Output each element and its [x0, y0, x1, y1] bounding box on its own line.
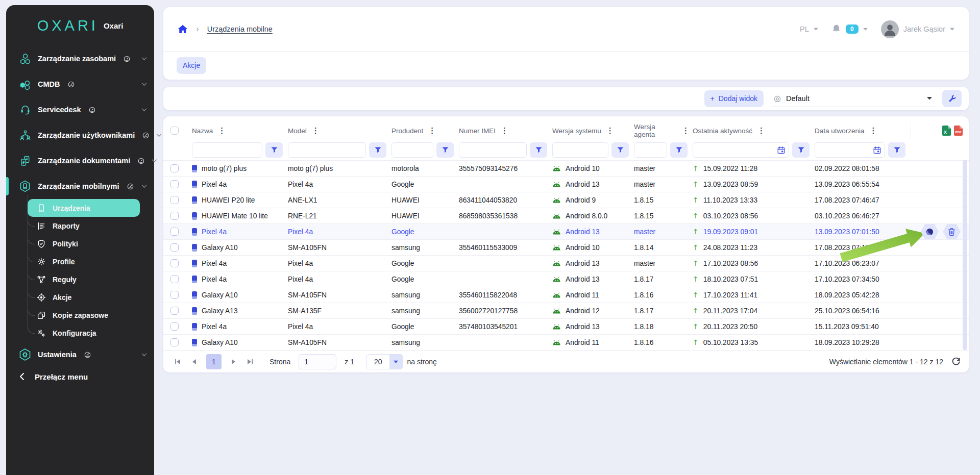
- first-page-button[interactable]: [172, 355, 184, 368]
- table-row[interactable]: Galaxy A10SM-A105FNsamsung35546011582204…: [163, 287, 969, 303]
- activity-timestamp: 03.10.2023 08:56: [703, 212, 758, 220]
- table-row[interactable]: Pixel 4aPixel 4aGoogleAndroid 131.8.17↑1…: [163, 271, 969, 287]
- row-checkbox[interactable]: [170, 259, 179, 267]
- refresh-icon[interactable]: [951, 357, 961, 366]
- table-row[interactable]: HUAWEI P20 liteANE-LX1HUAWEI863411044053…: [163, 192, 969, 208]
- table-row[interactable]: moto g(7) plusmoto g(7) plusmotorola3555…: [163, 160, 969, 176]
- filter-button-agent[interactable]: [670, 142, 688, 158]
- row-checkbox[interactable]: [170, 322, 179, 331]
- sidebar-subitem-kopie-zapasowe[interactable]: Kopie zapasowe: [28, 306, 140, 324]
- per-page-select[interactable]: 20: [366, 354, 403, 369]
- row-preview-button[interactable]: [921, 224, 939, 239]
- filter-button-producer[interactable]: [436, 142, 454, 158]
- sidebar-item-zarz-dzanie-zasobami[interactable]: Zarządzanie zasobami: [6, 46, 154, 71]
- column-menu-icon[interactable]: ⋮: [606, 126, 614, 135]
- row-checkbox[interactable]: [170, 196, 179, 204]
- filter-input-wrap: [634, 142, 667, 158]
- table-row[interactable]: HUAWEI Mate 10 liteRNE-L21HUAWEI86859803…: [163, 208, 969, 223]
- table-scrollbar[interactable]: [963, 160, 967, 350]
- phone-icon: [192, 260, 197, 267]
- sidebar-item-ustawienia[interactable]: Ustawienia: [6, 342, 154, 367]
- view-settings-button[interactable]: [942, 90, 962, 107]
- row-checkbox[interactable]: [170, 275, 179, 283]
- filter-button-model[interactable]: [369, 142, 386, 158]
- chevron-down-icon[interactable]: [863, 28, 868, 31]
- column-menu-icon[interactable]: ⋮: [428, 126, 436, 135]
- export-buttons: XPDF: [911, 121, 963, 140]
- sidebar-item-cmdb[interactable]: CMDB: [6, 71, 154, 97]
- column-menu-icon[interactable]: ⋮: [218, 126, 226, 135]
- filter-button-activity[interactable]: [792, 142, 810, 158]
- column-menu-icon[interactable]: ⋮: [757, 126, 765, 135]
- avatar[interactable]: [881, 20, 899, 38]
- user-name[interactable]: Jarek Gąsior: [903, 25, 945, 33]
- column-menu-icon[interactable]: ⋮: [870, 126, 877, 135]
- filter-input-activity[interactable]: [697, 146, 777, 154]
- chevron-down-icon[interactable]: [950, 28, 954, 31]
- sidebar-item-servicedesk[interactable]: Servicedesk: [6, 97, 154, 122]
- home-icon[interactable]: [178, 24, 188, 34]
- filter-input-os[interactable]: [556, 146, 604, 154]
- sidebar-subitem-profile[interactable]: Profile: [28, 253, 140, 270]
- sidebar-item-zarz-dzanie-mobilnymi[interactable]: Zarządzanie mobilnymi: [6, 173, 154, 199]
- phone-icon: [192, 323, 197, 331]
- view-selector-dropdown[interactable]: ◎ Default: [771, 90, 935, 107]
- filter-button-imei[interactable]: [530, 142, 547, 158]
- filter-input-wrap: [391, 142, 433, 158]
- table-row[interactable]: Pixel 4aPixel 4aGoogleAndroid 13master↑1…: [163, 223, 969, 239]
- filter-input-imei[interactable]: [463, 146, 523, 154]
- table-row[interactable]: Pixel 4aPixel 4aGoogleAndroid 13master↑1…: [163, 255, 969, 271]
- sidebar-subitem-regu-y[interactable]: Reguły: [28, 270, 140, 288]
- current-page-button[interactable]: 1: [206, 354, 222, 369]
- last-page-button[interactable]: [244, 355, 256, 368]
- prev-page-button[interactable]: [188, 355, 200, 368]
- column-menu-icon[interactable]: ⋮: [312, 126, 320, 135]
- sidebar-subitem-polityki[interactable]: Polityki: [28, 235, 140, 253]
- sidebar-subitem-akcje[interactable]: Akcje: [28, 288, 140, 306]
- cell-created: 18.09.2023 10:29:28: [815, 339, 911, 346]
- column-menu-icon[interactable]: ⋮: [682, 126, 690, 135]
- table-row[interactable]: Galaxy A13SM-A135Fsamsung356002720127758…: [163, 303, 969, 318]
- bell-icon[interactable]: [831, 24, 841, 34]
- filter-input-agent[interactable]: [638, 146, 663, 154]
- filter-button-created[interactable]: [888, 142, 905, 158]
- row-checkbox[interactable]: [170, 243, 179, 252]
- table-row[interactable]: Galaxy A10SM-A105FNsamsung35546011553300…: [163, 239, 969, 255]
- row-delete-button[interactable]: [943, 224, 961, 239]
- filter-input-created[interactable]: [819, 146, 873, 154]
- row-checkbox[interactable]: [170, 307, 179, 315]
- page-input[interactable]: [299, 354, 336, 369]
- filter-button-name[interactable]: [265, 142, 283, 158]
- filter-button-os[interactable]: [611, 142, 629, 158]
- sidebar-subitem-urz-dzenia[interactable]: Urządzenia: [28, 199, 140, 217]
- row-checkbox[interactable]: [170, 338, 179, 346]
- table-row[interactable]: Pixel 4aPixel 4aGoogle357480103545201And…: [163, 318, 969, 334]
- sidebar-subitem-konfiguracja[interactable]: Konfiguracja: [28, 324, 140, 342]
- filter-input-producer[interactable]: [396, 146, 429, 154]
- add-view-button[interactable]: + Dodaj widok: [704, 90, 764, 107]
- row-checkbox[interactable]: [170, 228, 179, 236]
- cell-model: moto g(7) plus: [288, 165, 391, 172]
- export-xlsx-button[interactable]: X: [942, 126, 951, 136]
- select-all-checkbox[interactable]: [170, 127, 179, 135]
- column-menu-icon[interactable]: ⋮: [501, 126, 508, 135]
- filter-input-model[interactable]: [292, 146, 362, 154]
- toggle-menu-button[interactable]: Przełącz menu: [6, 365, 154, 388]
- header-checkbox-cell: [169, 127, 192, 135]
- export-pdf-button[interactable]: PDF: [954, 126, 963, 136]
- language-selector[interactable]: PL: [800, 25, 809, 33]
- breadcrumb-page-link[interactable]: Urządzenia mobilne: [207, 25, 273, 33]
- sidebar-subitem-raporty[interactable]: Raporty: [28, 217, 140, 235]
- row-checkbox[interactable]: [170, 212, 179, 220]
- filter-input-name[interactable]: [196, 146, 258, 154]
- sidebar-item-zarz-dzanie-dokumentami[interactable]: Zarządzanie dokumentami: [6, 148, 154, 173]
- chevron-down-icon[interactable]: [814, 28, 818, 31]
- row-checkbox[interactable]: [170, 180, 179, 188]
- akcje-button[interactable]: Akcje: [177, 57, 206, 74]
- next-page-button[interactable]: [228, 355, 240, 368]
- table-row[interactable]: Galaxy A10SM-A105FNsamsungAndroid 111.8.…: [163, 334, 969, 350]
- row-checkbox[interactable]: [170, 164, 179, 172]
- sidebar-item-zarz-dzanie-u-ytkownikami[interactable]: Zarządzanie użytkownikami: [6, 122, 154, 148]
- row-checkbox[interactable]: [170, 291, 179, 299]
- table-row[interactable]: Pixel 4aPixel 4aGoogleAndroid 13master↑1…: [163, 176, 969, 192]
